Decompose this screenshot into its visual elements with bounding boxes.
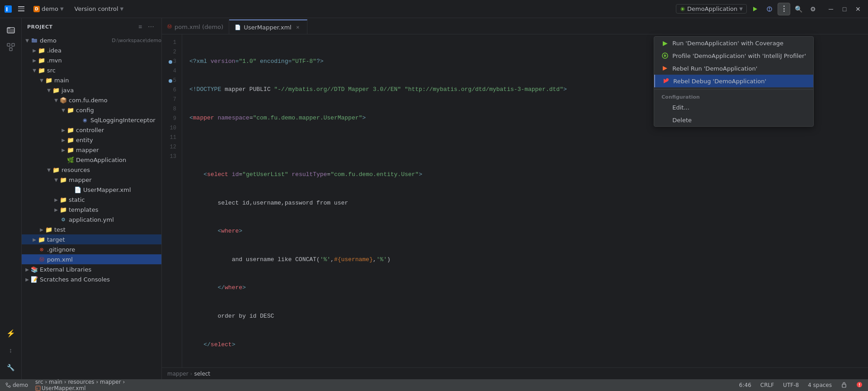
project-dropdown-chevron: ▼ (60, 6, 64, 11)
tree-label-java: java (61, 87, 161, 94)
settings-button[interactable]: ⚙ (807, 3, 819, 15)
tree-item-mapper-res[interactable]: ▼ 📁 mapper (22, 175, 161, 185)
code-line-10: order by id DESC (189, 312, 868, 321)
tree-item-target[interactable]: ▶ 📁 target (22, 234, 161, 244)
project-selector[interactable]: D demo ▼ (30, 5, 67, 13)
menu-label-rebel-debug: Rebel Debug 'DemoApplication' (673, 78, 766, 85)
tab-pom-xml[interactable]: Ⓜ pom.xml (demo) (162, 19, 229, 34)
chevron-right-icon-entity: ▶ (60, 136, 67, 143)
line-ending[interactable]: CRLF (759, 382, 776, 388)
cursor-position[interactable]: 6:46 (737, 382, 753, 388)
tree-item-sql-interceptor[interactable]: ▶ ◉ SqlLoggingInterceptor (22, 115, 161, 125)
project-files-activity-button[interactable] (3, 22, 19, 38)
line-decorator-3 (169, 60, 172, 64)
minimize-button[interactable]: ─ (825, 3, 837, 15)
tree-item-idea[interactable]: ▶ 📁 .idea (22, 45, 161, 55)
structure-activity-button[interactable] (3, 39, 19, 55)
menu-item-run-coverage[interactable]: ▶ Run 'DemoApplication' with Coverage (654, 37, 813, 49)
status-src-path[interactable]: src › main › resources › mapper › X User… (33, 379, 127, 391)
tree-item-templates[interactable]: ▶ 📁 templates (22, 205, 161, 215)
tree-item-scratches[interactable]: ▶ 📝 Scratches and Consoles (22, 274, 161, 284)
tree-item-entity[interactable]: ▶ 📁 entity (22, 135, 161, 145)
chevron-right-icon-test: ▶ (38, 226, 45, 233)
tree-label-main: main (54, 77, 161, 84)
tree-item-demo-app[interactable]: ▶ 🌿 DemoApplication (22, 155, 161, 165)
tree-label-templates: templates (69, 206, 161, 213)
tree-item-gitignore[interactable]: ▶ ⊗ .gitignore (22, 244, 161, 254)
tree-item-src[interactable]: ▼ 📁 src (22, 65, 161, 75)
tree-item-application-yml[interactable]: ▶ ⚙ application.yml (22, 215, 161, 224)
tree-item-static[interactable]: ▶ 📁 static (22, 195, 161, 205)
run-tools-activity-button[interactable]: 🔧 (3, 359, 19, 376)
git-branch-indicator[interactable]: demo (4, 382, 30, 388)
sidebar-title: Project (27, 24, 53, 30)
svg-text:I: I (6, 6, 8, 13)
notification-icon[interactable]: ! (854, 381, 864, 389)
editor-area: Ⓜ pom.xml (demo) 📄 UserMapper.xml ✕ 1 2 … (162, 18, 868, 379)
tree-item-main[interactable]: ▼ 📁 main (22, 75, 161, 85)
indent-setting[interactable]: 4 spaces (806, 382, 834, 388)
git-activity-button[interactable]: ↕ (3, 342, 19, 358)
tree-item-mvn[interactable]: ▶ 📁 .mvn (22, 55, 161, 65)
chevron-down-icon-java: ▼ (45, 86, 52, 94)
menu-item-edit[interactable]: Edit... (654, 101, 813, 114)
tree-item-controller[interactable]: ▶ 📁 controller (22, 125, 161, 135)
tree-item-pom-xml[interactable]: ▶ Ⓜ pom.xml (22, 254, 161, 264)
tree-item-java[interactable]: ▼ 📁 java (22, 85, 161, 95)
tree-item-resources[interactable]: ▼ 📁 resources (22, 165, 161, 175)
menu-item-profile[interactable]: Profile 'DemoApplication' with 'IntelliJ… (654, 49, 813, 62)
tree-label-config: config (76, 107, 161, 114)
svg-marker-21 (663, 66, 667, 71)
tree-item-test[interactable]: ▶ 📁 test (22, 224, 161, 234)
maximize-button[interactable]: □ (838, 3, 851, 15)
window-controls: ─ □ ✕ (825, 3, 864, 15)
code-line-9: </where> (189, 283, 868, 293)
menu-item-rebel-run[interactable]: Rebel Run 'DemoApplication' (654, 62, 813, 75)
folder-icon-java: 📁 (52, 86, 60, 94)
tab-usermapper-xml[interactable]: 📄 UserMapper.xml ✕ (229, 19, 307, 34)
tree-item-external-libraries[interactable]: ▶ 📚 External Libraries (22, 264, 161, 274)
menu-item-delete[interactable]: Delete (654, 114, 813, 126)
run-config-app-icon (680, 6, 685, 12)
dropdown-menu: ▶ Run 'DemoApplication' with Coverage Pr… (654, 36, 814, 127)
app-icon: I (4, 5, 13, 14)
tree-item-config[interactable]: ▼ 📁 config (22, 105, 161, 115)
tree-item-usermapper-xml[interactable]: ▶ 📄 UserMapper.xml (22, 185, 161, 195)
breadcrumb-select[interactable]: select (194, 371, 210, 377)
encoding[interactable]: UTF-8 (781, 382, 801, 388)
spacer-icon-edit (661, 104, 669, 111)
search-everywhere-button[interactable]: 🔍 (792, 3, 805, 15)
svg-rect-29 (842, 384, 846, 387)
tree-label-static: static (69, 196, 161, 203)
menu-label-delete: Delete (672, 117, 692, 124)
svg-text:!: ! (859, 383, 860, 387)
debug-button[interactable] (763, 3, 776, 15)
tree-item-demo[interactable]: ▼ demo D:\workspace\demo (22, 35, 161, 45)
version-control-button[interactable]: Version control ▼ (71, 5, 127, 13)
run-config-selector[interactable]: DemoApplication ▼ (676, 4, 747, 14)
activity-bar: ⚡ ↕ 🔧 (0, 18, 22, 379)
tree-item-package[interactable]: ▼ 📦 com.fu.demo (22, 95, 161, 105)
svg-rect-12 (12, 43, 14, 46)
line-num-1: 1 (162, 38, 182, 48)
menu-item-rebel-debug[interactable]: Rebel Debug 'DemoApplication' (654, 75, 813, 87)
menu-label-profile: Profile 'DemoApplication' with 'IntelliJ… (672, 52, 806, 59)
sidebar-more-button[interactable]: ⋯ (146, 22, 156, 32)
breadcrumb-mapper[interactable]: mapper (167, 371, 189, 377)
svg-point-6 (769, 7, 770, 9)
breadcrumb-separator-1: › (190, 371, 193, 377)
sidebar-collapse-all-button[interactable]: ≡ (135, 22, 145, 32)
tab-close-button[interactable]: ✕ (294, 24, 302, 31)
close-button[interactable]: ✕ (852, 3, 864, 15)
tree-item-mapper-java[interactable]: ▶ 📁 mapper (22, 145, 161, 155)
run-button[interactable] (749, 3, 761, 15)
tree-label-controller: controller (76, 127, 161, 134)
status-right: 6:46 CRLF UTF-8 4 spaces ! (737, 381, 864, 389)
hamburger-menu-button[interactable] (16, 5, 26, 13)
code-line-11: </select> (189, 340, 868, 350)
folder-icon-src: 📁 (38, 67, 45, 74)
notifications-activity-button[interactable]: ⚡ (3, 325, 19, 341)
profile-icon (661, 52, 669, 59)
more-options-button[interactable]: ⋮ (778, 3, 790, 15)
tree-label-pom-xml: pom.xml (47, 256, 161, 263)
